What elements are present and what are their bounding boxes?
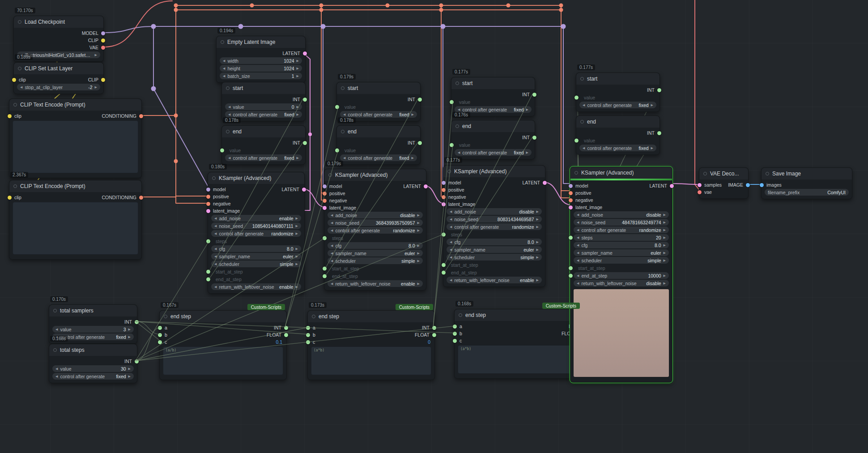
slot-dot[interactable] bbox=[532, 93, 536, 97]
widget-scheduler[interactable]: ◀schedulersimple▶ bbox=[447, 254, 542, 261]
node-header[interactable]: start bbox=[337, 82, 420, 94]
slot-dot[interactable] bbox=[453, 325, 457, 329]
collapse-dot[interactable] bbox=[328, 173, 332, 177]
collapse-dot[interactable] bbox=[341, 130, 345, 133]
slot-dot[interactable] bbox=[569, 191, 573, 195]
widget-end_at_step[interactable]: ◀end_at_step10000▶ bbox=[574, 272, 669, 279]
slot-dot[interactable] bbox=[306, 326, 310, 330]
collapse-dot[interactable] bbox=[13, 184, 17, 188]
slot-dot[interactable] bbox=[335, 105, 339, 109]
widget-left-arrow-icon[interactable]: ◀ bbox=[583, 103, 585, 107]
node-end-4[interactable]: endINTvalue◀control after generatefixed▶ bbox=[576, 115, 660, 155]
widget-sampler_name[interactable]: ◀sampler_nameeuler▶ bbox=[211, 253, 301, 260]
node-start-2[interactable]: 0.179sstartINTvalue◀control after genera… bbox=[336, 82, 421, 121]
widget-add_noise[interactable]: ◀add_noiseenable▶ bbox=[211, 215, 301, 222]
collapse-dot[interactable] bbox=[455, 124, 459, 128]
widget-right-arrow-icon[interactable]: ▶ bbox=[128, 328, 131, 331]
collapse-dot[interactable] bbox=[341, 86, 345, 90]
widget-value[interactable]: ◀value3▶ bbox=[52, 326, 134, 333]
node-header[interactable]: KSampler (Advanced) bbox=[570, 167, 672, 179]
node-end-3[interactable]: 0.176sendINTvalue◀control after generate… bbox=[451, 120, 535, 159]
collapse-dot[interactable] bbox=[53, 309, 57, 312]
widget-right-arrow-icon[interactable]: ▶ bbox=[536, 248, 539, 251]
widget-left-arrow-icon[interactable]: ◀ bbox=[450, 210, 452, 213]
widget-right-arrow-icon[interactable]: ▶ bbox=[412, 113, 414, 116]
widget-left-arrow-icon[interactable]: ◀ bbox=[214, 255, 217, 258]
slot-dot[interactable] bbox=[323, 274, 327, 278]
node-header[interactable]: CLIP Text Encode (Prompt) bbox=[9, 99, 141, 111]
slot-dot[interactable] bbox=[698, 183, 702, 187]
node-start-1[interactable]: startINT◀value0▶◀control after generatef… bbox=[221, 82, 306, 121]
slot-dot[interactable] bbox=[302, 188, 306, 192]
node-header[interactable]: end step bbox=[455, 309, 581, 321]
widget-right-arrow-icon[interactable]: ▶ bbox=[536, 225, 539, 228]
widget-control after generate[interactable]: ◀control after generaterandomize▶ bbox=[211, 230, 301, 237]
node-header[interactable]: Load Checkpoint bbox=[14, 16, 103, 28]
widget-left-arrow-icon[interactable]: ◀ bbox=[577, 213, 579, 216]
slot-dot[interactable] bbox=[424, 184, 428, 188]
widget-right-arrow-icon[interactable]: ▶ bbox=[412, 156, 414, 159]
slot-dot[interactable] bbox=[323, 184, 327, 188]
widget-right-arrow-icon[interactable]: ▶ bbox=[526, 108, 528, 111]
node-empty-latent-image[interactable]: 0.194sEmpty Latent ImageLATENT◀width1024… bbox=[216, 36, 306, 83]
widget-right-arrow-icon[interactable]: ▶ bbox=[664, 213, 666, 216]
widget-right-arrow-icon[interactable]: ▶ bbox=[664, 228, 666, 231]
node-ksampler-1[interactable]: 0.180sKSampler (Advanced)modelLATENTposi… bbox=[208, 172, 305, 294]
widget-width[interactable]: ◀width1024▶ bbox=[220, 57, 302, 64]
node-start-3[interactable]: 0.177sstartINTvalue◀control after genera… bbox=[451, 77, 535, 116]
widget-right-arrow-icon[interactable]: ▶ bbox=[417, 259, 420, 262]
widget-steps[interactable]: ◀steps20▶ bbox=[574, 234, 669, 241]
widget-right-arrow-icon[interactable]: ▶ bbox=[417, 252, 420, 255]
widget-noise_seed[interactable]: ◀noise_seed368439935750957▶ bbox=[328, 219, 423, 226]
widget-right-arrow-icon[interactable]: ▶ bbox=[297, 59, 299, 62]
widget-left-arrow-icon[interactable]: ◀ bbox=[577, 221, 579, 224]
slot-dot[interactable] bbox=[569, 198, 573, 202]
widget-control after generate[interactable]: ◀control after generatefixed▶ bbox=[225, 154, 302, 161]
widget-value[interactable]: value bbox=[345, 148, 356, 153]
widget-right-arrow-icon[interactable]: ▶ bbox=[297, 105, 299, 108]
widget-right-arrow-icon[interactable]: ▶ bbox=[297, 113, 299, 116]
widget-left-arrow-icon[interactable]: ◀ bbox=[214, 262, 217, 265]
slot-dot[interactable] bbox=[335, 148, 339, 152]
widget-left-arrow-icon[interactable]: ◀ bbox=[577, 236, 579, 239]
widget-left-arrow-icon[interactable]: ◀ bbox=[450, 256, 452, 259]
collapse-dot[interactable] bbox=[53, 348, 57, 352]
prompt-textarea[interactable]: (a*b) bbox=[458, 345, 578, 374]
node-header[interactable]: CLIP Text Encode (Prompt) bbox=[9, 180, 141, 192]
widget-noise_seed[interactable]: ◀noise_seed484781663249774▶ bbox=[574, 219, 669, 226]
collapse-dot[interactable] bbox=[703, 172, 707, 175]
prompt-textarea[interactable] bbox=[13, 202, 138, 255]
node-header[interactable]: start bbox=[451, 77, 535, 89]
widget-left-arrow-icon[interactable]: ◀ bbox=[343, 113, 345, 116]
widget-value[interactable]: value bbox=[584, 138, 595, 143]
slot-dot[interactable] bbox=[569, 184, 573, 188]
slot-dot[interactable] bbox=[442, 188, 446, 192]
slot-dot[interactable] bbox=[543, 181, 547, 185]
widget-value[interactable]: value bbox=[459, 142, 470, 148]
widget-right-arrow-icon[interactable]: ▶ bbox=[417, 214, 420, 217]
node-total-steps[interactable]: 0.168stotal stepsINT◀value30▶◀control af… bbox=[49, 344, 137, 383]
widget-left-arrow-icon[interactable]: ◀ bbox=[577, 251, 579, 254]
slot-dot[interactable] bbox=[574, 95, 579, 99]
slot-dot[interactable] bbox=[284, 333, 288, 337]
widget-right-arrow-icon[interactable]: ▶ bbox=[664, 282, 666, 285]
widget-steps[interactable]: steps bbox=[332, 235, 343, 241]
widget-cfg[interactable]: ◀cfg8.0▶ bbox=[328, 242, 423, 249]
slot-dot[interactable] bbox=[206, 202, 210, 206]
slot-dot[interactable] bbox=[442, 202, 446, 206]
widget-left-arrow-icon[interactable]: ◀ bbox=[577, 259, 579, 262]
widget-left-arrow-icon[interactable]: ◀ bbox=[20, 85, 22, 89]
slot-dot[interactable] bbox=[442, 263, 446, 267]
node-clip-text-encode-1[interactable]: CLIP Text Encode (Prompt)clipCONDITIONIN… bbox=[9, 98, 142, 178]
node-end-2[interactable]: 0.178sendINTvalue◀control after generate… bbox=[336, 125, 421, 165]
node-header[interactable]: Empty Latent Image bbox=[217, 36, 305, 48]
node-ksampler-4[interactable]: KSampler (Advanced)modelLATENTpositivene… bbox=[570, 167, 672, 383]
collapse-dot[interactable] bbox=[226, 86, 230, 90]
node-header[interactable]: KSampler (Advanced) bbox=[208, 172, 304, 184]
slot-dot[interactable] bbox=[569, 266, 573, 270]
collapse-dot[interactable] bbox=[312, 315, 315, 318]
widget-left-arrow-icon[interactable]: ◀ bbox=[214, 247, 217, 250]
slot-dot[interactable] bbox=[206, 277, 210, 281]
widget-right-arrow-icon[interactable]: ▶ bbox=[536, 240, 539, 244]
slot-dot[interactable] bbox=[8, 196, 12, 200]
